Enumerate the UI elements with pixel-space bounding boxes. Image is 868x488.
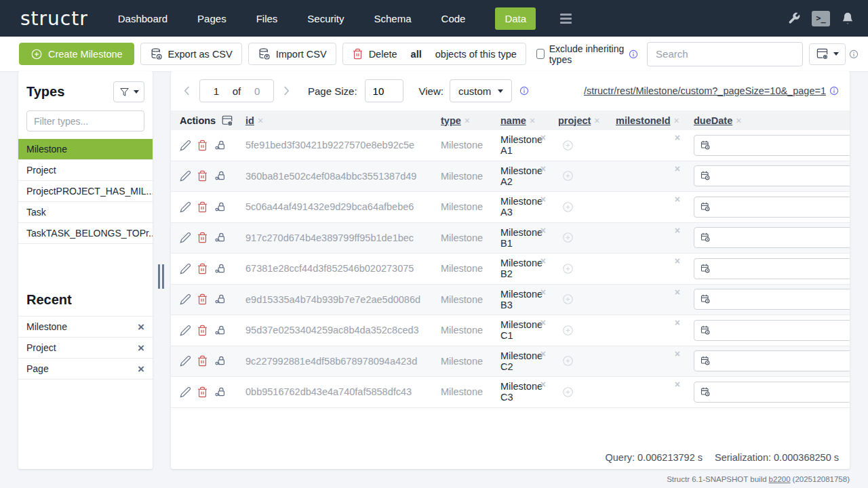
edit-icon[interactable] [180,170,191,182]
clear-name-icon[interactable]: × [540,348,546,359]
type-item-tasktask-belongs-topr[interactable]: TaskTASK_BELONGS_TOPr... [18,223,153,244]
add-project-icon[interactable] [561,201,574,214]
duedate-input[interactable] [694,135,850,156]
delete-icon[interactable] [197,170,208,182]
search-input[interactable] [647,42,803,66]
add-project-icon[interactable] [561,324,574,337]
build-link[interactable]: b2200 [769,475,791,483]
duedate-input[interactable] [694,197,850,218]
terminal-icon[interactable]: >_ [812,11,830,26]
duedate-input[interactable] [694,320,850,341]
info-icon[interactable] [629,49,638,59]
edit-icon[interactable] [180,355,191,367]
remove-column-icon[interactable]: × [594,115,599,126]
nav-item-pages[interactable]: Pages [197,13,226,24]
nav-item-data[interactable]: Data [495,7,536,30]
clear-milestoneid-icon[interactable]: × [675,287,680,298]
clear-milestoneid-icon[interactable]: × [675,256,680,266]
edit-icon[interactable] [180,263,191,274]
page-indicator[interactable]: 1 of 0 [199,79,274,102]
security-lock-icon[interactable] [214,293,226,306]
wrench-icon[interactable] [787,12,801,25]
table-gear-icon[interactable] [221,115,233,127]
exclude-inheriting-checkbox[interactable]: Exclude inheriting types [536,43,625,65]
type-item-project[interactable]: Project [18,160,153,181]
edit-icon[interactable] [180,293,191,305]
remove-column-icon[interactable]: × [736,115,741,126]
edit-icon[interactable] [180,325,191,336]
remove-recent-icon[interactable]: × [138,342,144,354]
clear-name-icon[interactable]: × [540,379,546,390]
add-project-icon[interactable] [561,231,574,244]
column-name[interactable]: name [500,115,526,126]
duedate-input[interactable] [694,382,850,403]
edit-icon[interactable] [180,386,191,398]
clear-name-icon[interactable]: × [540,287,546,298]
column-duedate[interactable]: dueDate [694,115,732,126]
delete-icon[interactable] [197,263,208,274]
column-type[interactable]: type [441,115,461,126]
delete-icon[interactable] [197,232,208,243]
clear-milestoneid-icon[interactable]: × [675,379,680,390]
edit-icon[interactable] [180,201,191,213]
remove-column-icon[interactable]: × [258,115,263,126]
clear-name-icon[interactable]: × [540,194,546,205]
duedate-input[interactable] [694,289,850,310]
column-milestoneid[interactable]: milestoneId [616,115,671,126]
page-size-input[interactable] [365,79,403,102]
create-milestone-button[interactable]: Create Milestone [19,43,134,65]
clear-name-icon[interactable]: × [540,225,546,236]
recent-item-page[interactable]: Page × [18,359,153,380]
recent-item-milestone[interactable]: Milestone × [18,317,153,338]
info-icon[interactable] [519,86,529,96]
nav-item-files[interactable]: Files [256,13,278,24]
delete-all-button[interactable]: Delete all objects of this type [342,43,526,65]
info-icon[interactable] [849,49,859,59]
type-item-task[interactable]: Task [18,202,153,223]
info-icon[interactable] [829,86,839,96]
security-lock-icon[interactable] [214,262,226,275]
clear-name-icon[interactable]: × [540,163,546,174]
nav-item-dashboard[interactable]: Dashboard [118,13,167,24]
clear-milestoneid-icon[interactable]: × [675,348,680,359]
bell-icon[interactable] [841,12,854,25]
add-project-icon[interactable] [561,169,574,182]
sidebar-resize-handle[interactable] [158,264,164,289]
add-project-icon[interactable] [561,139,574,152]
filter-types-input[interactable] [26,110,144,131]
duedate-input[interactable] [694,350,850,371]
configure-columns-button[interactable] [809,43,846,65]
delete-icon[interactable] [197,355,208,367]
nav-item-security[interactable]: Security [307,13,344,24]
clear-milestoneid-icon[interactable]: × [675,132,680,143]
security-lock-icon[interactable] [214,231,226,244]
clear-milestoneid-icon[interactable]: × [675,163,680,174]
clear-milestoneid-icon[interactable]: × [675,317,680,328]
next-page-icon[interactable] [279,83,294,98]
edit-icon[interactable] [180,140,191,151]
remove-recent-icon[interactable]: × [138,321,144,333]
security-lock-icon[interactable] [214,169,226,182]
column-project[interactable]: project [558,115,591,126]
security-lock-icon[interactable] [214,386,226,399]
clear-name-icon[interactable]: × [540,317,546,328]
type-item-milestone[interactable]: Milestone [18,139,153,160]
import-csv-button[interactable]: Import CSV [248,43,336,65]
add-project-icon[interactable] [561,354,574,367]
clear-milestoneid-icon[interactable]: × [675,225,680,236]
current-page[interactable]: 1 [214,85,219,97]
type-item-projectproject-has-mil[interactable]: ProjectPROJECT_HAS_MIL... [18,181,153,202]
duedate-input[interactable] [694,165,850,186]
nav-item-code[interactable]: Code [441,13,466,24]
clear-milestoneid-icon[interactable]: × [675,194,680,205]
nav-item-schema[interactable]: Schema [374,13,412,24]
security-lock-icon[interactable] [214,354,226,367]
delete-icon[interactable] [197,325,208,336]
recent-item-project[interactable]: Project × [18,338,153,359]
delete-icon[interactable] [197,140,208,151]
rest-url-link[interactable]: /structr/rest/Milestone/custom?_pageSize… [584,85,826,96]
security-lock-icon[interactable] [214,139,226,152]
prev-page-icon[interactable] [180,83,195,98]
add-project-icon[interactable] [561,386,574,399]
export-csv-button[interactable]: Export as CSV [140,43,242,65]
